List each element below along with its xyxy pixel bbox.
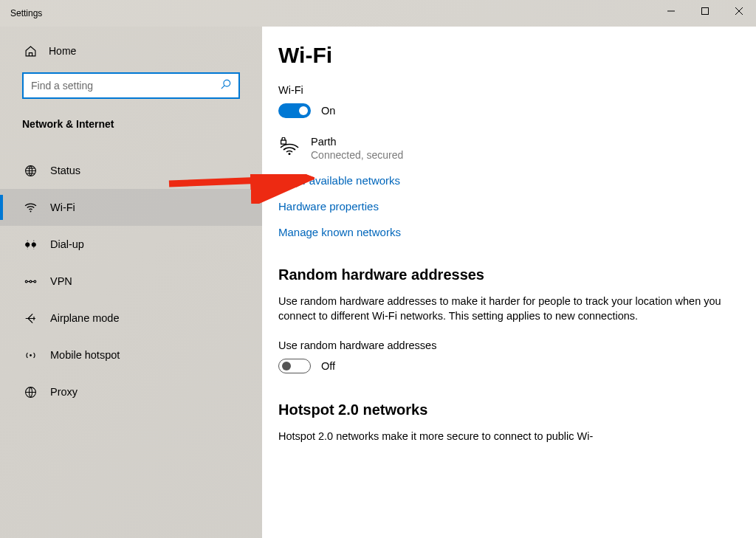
sidebar-item-label: Proxy [50, 386, 78, 398]
svg-point-12 [32, 242, 35, 246]
random-hw-desc: Use random hardware addresses to make it… [278, 294, 723, 323]
sidebar-item-dialup[interactable]: Dial-up [0, 226, 262, 263]
sidebar-item-hotspot[interactable]: Mobile hotspot [0, 337, 262, 373]
network-name: Parth [311, 136, 403, 148]
search-icon [221, 79, 231, 92]
svg-point-18 [25, 280, 27, 283]
link-hardware-properties[interactable]: Hardware properties [278, 200, 723, 213]
home-label: Home [49, 45, 76, 57]
network-status: Connected, secured [311, 149, 403, 161]
close-button[interactable] [722, 0, 756, 22]
hotspot20-desc: Hotspot 2.0 networks make it more secure… [278, 429, 723, 444]
hotspot-icon [24, 348, 37, 362]
wifi-toggle-state: On [321, 105, 335, 117]
svg-point-4 [224, 80, 230, 86]
svg-point-21 [30, 354, 32, 356]
airplane-icon [24, 311, 37, 325]
wifi-section-label: Wi-Fi [278, 84, 723, 96]
proxy-icon [24, 385, 37, 399]
home-nav-item[interactable]: Home [0, 31, 262, 71]
search-box[interactable] [22, 72, 240, 99]
home-icon [24, 44, 37, 58]
svg-rect-1 [702, 8, 709, 15]
main-content: Wi-Fi Wi-Fi On [262, 27, 756, 538]
svg-rect-25 [281, 140, 286, 144]
maximize-button[interactable] [688, 0, 722, 22]
link-show-available-networks[interactable]: Show available networks [278, 174, 723, 187]
svg-point-24 [289, 153, 291, 155]
search-input[interactable] [31, 80, 221, 92]
random-hw-title: Random hardware addresses [278, 266, 723, 283]
sidebar-item-label: Status [50, 165, 80, 176]
sidebar-item-wifi[interactable]: Wi-Fi [0, 189, 262, 226]
sidebar-item-label: Dial-up [50, 238, 84, 250]
status-icon [24, 164, 37, 177]
page-title: Wi-Fi [278, 43, 723, 68]
random-hw-toggle[interactable] [278, 359, 311, 373]
wifi-icon [24, 201, 37, 214]
dialup-icon [24, 238, 37, 251]
wifi-secured-icon [278, 137, 299, 158]
svg-point-20 [33, 280, 35, 283]
svg-point-11 [25, 242, 29, 246]
link-manage-known-networks[interactable]: Manage known networks [278, 226, 723, 238]
svg-point-19 [30, 280, 32, 283]
random-hw-toggle-state: Off [321, 360, 335, 372]
hotspot20-title: Hotspot 2.0 networks [278, 401, 723, 418]
sidebar-item-label: Mobile hotspot [50, 349, 120, 361]
svg-point-10 [30, 210, 31, 212]
sidebar-item-label: Wi-Fi [50, 201, 75, 213]
sidebar-item-label: Airplane mode [50, 312, 120, 324]
sidebar-item-vpn[interactable]: VPN [0, 263, 262, 300]
sidebar-item-airplane[interactable]: Airplane mode [0, 300, 262, 337]
minimize-button[interactable] [654, 0, 688, 22]
random-hw-toggle-label: Use random hardware addresses [278, 339, 723, 351]
wifi-toggle[interactable] [278, 103, 311, 118]
sidebar-item-label: VPN [50, 275, 72, 287]
vpn-icon [24, 275, 37, 288]
sidebar: Home Network & Internet [0, 27, 262, 538]
category-header: Network & Internet [0, 103, 262, 134]
sidebar-item-status[interactable]: Status [0, 152, 262, 189]
titlebar: Settings [0, 0, 756, 27]
sidebar-item-proxy[interactable]: Proxy [0, 373, 262, 410]
current-network-block[interactable]: Parth Connected, secured [278, 137, 723, 161]
svg-line-5 [221, 86, 224, 89]
window-title: Settings [10, 8, 42, 18]
